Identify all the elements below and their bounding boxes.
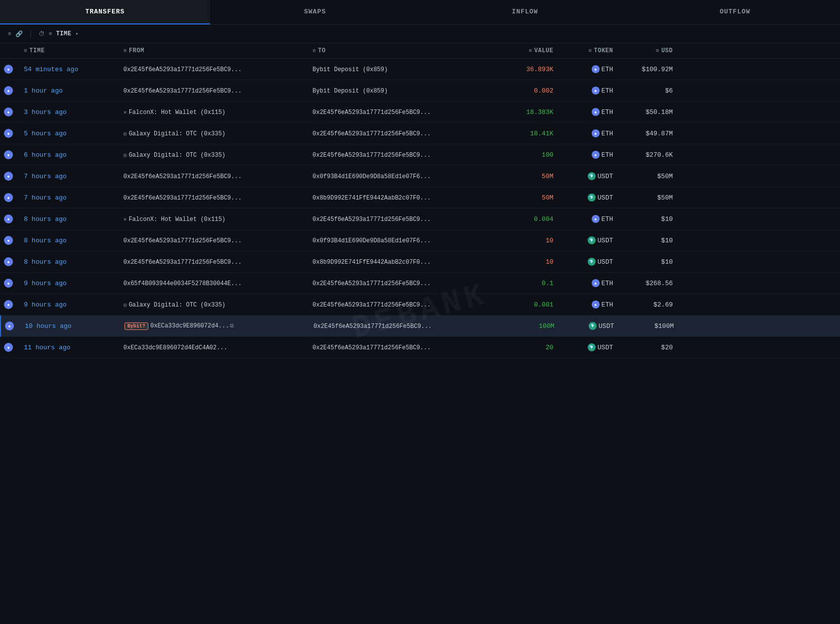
- row-time[interactable]: 7 hours ago: [20, 173, 119, 180]
- time-link[interactable]: 9 hours ago: [24, 301, 67, 309]
- filter-icon[interactable]: ≡: [8, 31, 11, 37]
- row-to[interactable]: 0x8b9D992E741FfE9442AabB2c07F0...: [309, 194, 498, 202]
- table-row[interactable]: ◆10 hours agoBybit?0xECa33dc9E896072d4..…: [0, 315, 840, 337]
- time-link[interactable]: 5 hours ago: [24, 130, 67, 137]
- time-link[interactable]: 10 hours ago: [25, 322, 72, 330]
- time-link[interactable]: 8 hours ago: [24, 237, 67, 244]
- to-address[interactable]: 0x0f93B4d1E690De9D8a58Ed1e07F6...: [313, 173, 431, 180]
- from-address[interactable]: 0xECa33dc9E896072d4...: [150, 322, 229, 329]
- col-header-to[interactable]: ≡ TO: [309, 47, 498, 54]
- from-address[interactable]: 0x2E45f6eA5293a17771d256Fe5BC9...: [123, 195, 242, 202]
- time-link[interactable]: 54 minutes ago: [24, 66, 78, 73]
- from-address[interactable]: 0x2E45f6eA5293a17771d256Fe5BC9...: [123, 173, 242, 180]
- table-row[interactable]: ◆8 hours ago0x2E45f6eA5293a17771d256Fe5B…: [0, 230, 840, 251]
- time-link[interactable]: 9 hours ago: [24, 280, 67, 287]
- row-to[interactable]: Bybit Deposit (0x859): [309, 66, 498, 73]
- to-address[interactable]: 0x8b9D992E741FfE9442AabB2c07F0...: [313, 195, 431, 202]
- to-address[interactable]: 0x2E45f6eA5293a17771d256Fe5BC9...: [313, 216, 431, 223]
- from-address[interactable]: 0x2E45f6eA5293a17771d256Fe5BC9...: [123, 237, 242, 244]
- from-address[interactable]: 0x2E45f6eA5293a17771d256Fe5BC9...: [123, 88, 242, 95]
- row-time[interactable]: 11 hours ago: [20, 344, 119, 351]
- row-time[interactable]: 1 hour ago: [20, 87, 119, 95]
- to-named[interactable]: Bybit Deposit (0x859): [313, 66, 388, 73]
- row-time[interactable]: 6 hours ago: [20, 151, 119, 159]
- row-to[interactable]: 0x0f93B4d1E690De9D8a58Ed1e07F6...: [309, 237, 498, 244]
- to-address[interactable]: 0x2E45f6eA5293a17771d256Fe5BC9...: [314, 323, 432, 330]
- link-icon[interactable]: 🔗: [15, 30, 23, 38]
- row-time[interactable]: 54 minutes ago: [20, 66, 119, 73]
- row-time[interactable]: 10 hours ago: [21, 322, 120, 330]
- row-time[interactable]: 9 hours ago: [20, 301, 119, 309]
- table-row[interactable]: ◆6 hours ago◎Galaxy Digital: OTC (0x335)…: [0, 144, 840, 166]
- table-row[interactable]: ◆11 hours ago0xECa33dc9E896072d4EdC4A02.…: [0, 337, 840, 358]
- tab-transfers[interactable]: TRANSFERS: [0, 0, 210, 24]
- time-link[interactable]: 8 hours ago: [24, 258, 67, 266]
- table-row[interactable]: ◆5 hours ago◎Galaxy Digital: OTC (0x335)…: [0, 123, 840, 144]
- col-header-value[interactable]: ≡ VALUE: [498, 47, 557, 54]
- row-time[interactable]: 9 hours ago: [20, 280, 119, 287]
- table-row[interactable]: ◆9 hours ago0x65f4B093944e0034F5278B3004…: [0, 273, 840, 294]
- row-from[interactable]: 0x2E45f6eA5293a17771d256Fe5BC9...: [119, 258, 309, 266]
- table-row[interactable]: ◆8 hours ago0x2E45f6eA5293a17771d256Fe5B…: [0, 251, 840, 273]
- from-address[interactable]: 0x65f4B093944e0034F5278B30044E...: [123, 280, 242, 287]
- row-to[interactable]: 0x2E45f6eA5293a17771d256Fe5BC9...: [309, 344, 498, 351]
- copy-icon[interactable]: ⧉: [230, 323, 234, 329]
- row-to[interactable]: 0x2E45f6eA5293a17771d256Fe5BC9...: [309, 130, 498, 137]
- row-from[interactable]: ◎Galaxy Digital: OTC (0x335): [119, 130, 309, 137]
- col-header-token[interactable]: ≡ TOKEN: [557, 47, 617, 54]
- to-named[interactable]: Bybit Deposit (0x859): [313, 88, 388, 95]
- time-chevron[interactable]: ▾: [75, 31, 78, 37]
- table-row[interactable]: ◆8 hours ago✕FalconX: Hot Wallet (0x115)…: [0, 208, 840, 230]
- row-from[interactable]: 0x2E45f6eA5293a17771d256Fe5BC9...: [119, 194, 309, 202]
- from-named[interactable]: ◎Galaxy Digital: OTC (0x335): [123, 302, 225, 309]
- row-time[interactable]: 8 hours ago: [20, 215, 119, 223]
- time-link[interactable]: 3 hours ago: [24, 108, 67, 116]
- tab-outflow[interactable]: OUTFLOW: [630, 0, 840, 24]
- table-row[interactable]: ◆54 minutes ago0x2E45f6eA5293a17771d256F…: [0, 59, 840, 80]
- from-named[interactable]: ✕FalconX: Hot Wallet (0x115): [123, 216, 225, 223]
- table-row[interactable]: ◆9 hours ago◎Galaxy Digital: OTC (0x335)…: [0, 294, 840, 315]
- from-named[interactable]: ◎Galaxy Digital: OTC (0x335): [123, 130, 225, 137]
- to-address[interactable]: 0x2E45f6eA5293a17771d256Fe5BC9...: [313, 344, 431, 351]
- to-address[interactable]: 0x2E45f6eA5293a17771d256Fe5BC9...: [313, 130, 431, 137]
- from-named[interactable]: ✕FalconX: Hot Wallet (0x115): [123, 109, 225, 116]
- time-link[interactable]: 1 hour ago: [24, 87, 63, 95]
- row-from[interactable]: 0xECa33dc9E896072d4EdC4A02...: [119, 344, 309, 351]
- row-to[interactable]: 0x2E45f6eA5293a17771d256Fe5BC9...: [309, 108, 498, 116]
- time-label[interactable]: TIME: [56, 30, 72, 37]
- to-address[interactable]: 0x2E45f6eA5293a17771d256Fe5BC9...: [313, 152, 431, 159]
- row-from[interactable]: ✕FalconX: Hot Wallet (0x115): [119, 108, 309, 116]
- row-time[interactable]: 5 hours ago: [20, 130, 119, 137]
- row-to[interactable]: 0x2E45f6eA5293a17771d256Fe5BC9...: [309, 301, 498, 309]
- to-address[interactable]: 0x8b9D992E741FfE9442AabB2c07F0...: [313, 259, 431, 266]
- time-link[interactable]: 8 hours ago: [24, 215, 67, 223]
- from-address[interactable]: 0xECa33dc9E896072d4EdC4A02...: [123, 344, 227, 351]
- row-to[interactable]: 0x2E45f6eA5293a17771d256Fe5BC9...: [309, 280, 498, 287]
- time-link[interactable]: 6 hours ago: [24, 151, 67, 159]
- row-from[interactable]: ◎Galaxy Digital: OTC (0x335): [119, 301, 309, 309]
- to-address[interactable]: 0x2E45f6eA5293a17771d256Fe5BC9...: [313, 302, 431, 309]
- col-header-usd[interactable]: ≡ USD: [617, 47, 677, 54]
- row-to[interactable]: Bybit Deposit (0x859): [309, 87, 498, 95]
- row-time[interactable]: 7 hours ago: [20, 194, 119, 202]
- table-row[interactable]: ◆3 hours ago✕FalconX: Hot Wallet (0x115)…: [0, 102, 840, 123]
- row-from[interactable]: 0x65f4B093944e0034F5278B30044E...: [119, 280, 309, 287]
- col-header-time[interactable]: ≡ TIME: [20, 47, 119, 54]
- from-named[interactable]: ◎Galaxy Digital: OTC (0x335): [123, 152, 225, 159]
- tab-inflow[interactable]: INFLOW: [420, 0, 630, 24]
- row-to[interactable]: 0x2E45f6eA5293a17771d256Fe5BC9...: [310, 322, 499, 330]
- row-from[interactable]: 0x2E45f6eA5293a17771d256Fe5BC9...: [119, 66, 309, 73]
- from-address[interactable]: 0x2E45f6eA5293a17771d256Fe5BC9...: [123, 66, 242, 73]
- table-row[interactable]: ◆7 hours ago0x2E45f6eA5293a17771d256Fe5B…: [0, 187, 840, 208]
- row-to[interactable]: 0x2E45f6eA5293a17771d256Fe5BC9...: [309, 151, 498, 159]
- from-address[interactable]: 0x2E45f6eA5293a17771d256Fe5BC9...: [123, 259, 242, 266]
- row-to[interactable]: 0x8b9D992E741FfE9442AabB2c07F0...: [309, 258, 498, 266]
- row-time[interactable]: 3 hours ago: [20, 108, 119, 116]
- col-header-from[interactable]: ≡ FROM: [119, 47, 309, 54]
- time-link[interactable]: 11 hours ago: [24, 344, 71, 351]
- row-from[interactable]: 0x2E45f6eA5293a17771d256Fe5BC9...: [119, 237, 309, 244]
- table-row[interactable]: ◆7 hours ago0x2E45f6eA5293a17771d256Fe5B…: [0, 166, 840, 187]
- table-row[interactable]: ◆1 hour ago0x2E45f6eA5293a17771d256Fe5BC…: [0, 80, 840, 102]
- filter2-icon[interactable]: ≡: [49, 31, 52, 37]
- row-from[interactable]: Bybit?0xECa33dc9E896072d4...⧉: [120, 322, 310, 330]
